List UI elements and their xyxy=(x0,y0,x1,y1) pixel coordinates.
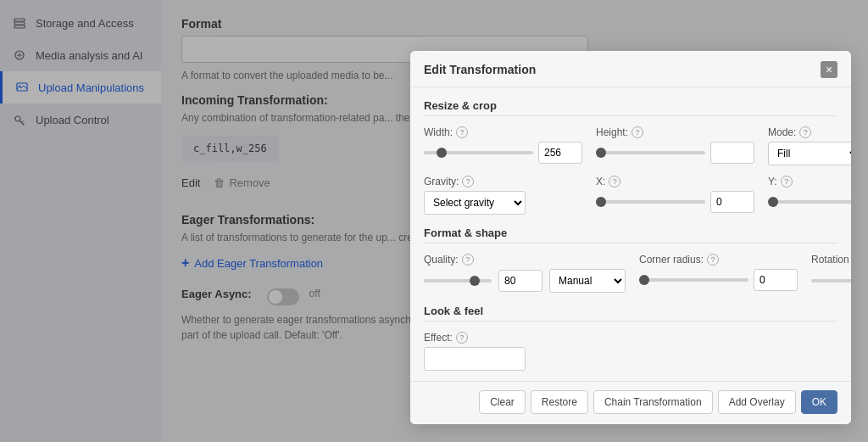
mode-field: Mode: ? Fill Scale Fit Thumb Crop Pad xyxy=(768,126,851,165)
resize-crop-title: Resize & crop xyxy=(424,99,837,116)
y-label: Y: ? xyxy=(768,176,851,187)
corner-radius-field: Corner radius: ? xyxy=(639,254,798,293)
height-slider[interactable] xyxy=(596,151,705,154)
effect-field: Effect: ? xyxy=(424,332,837,371)
corner-radius-slider[interactable] xyxy=(639,278,748,282)
restore-button[interactable]: Restore xyxy=(531,390,588,414)
rotation-angle-label: Rotation angle: ? xyxy=(811,254,851,266)
gravity-select[interactable]: Select gravity North South East West Cen… xyxy=(424,191,526,215)
y-slider[interactable] xyxy=(768,200,851,204)
quality-input[interactable] xyxy=(498,270,542,292)
look-feel-title: Look & feel xyxy=(424,305,837,322)
modal-header: Edit Transformation × xyxy=(410,51,851,87)
effect-help-icon[interactable]: ? xyxy=(456,332,468,344)
corner-radius-label: Corner radius: ? xyxy=(639,254,798,266)
width-slider[interactable] xyxy=(424,151,533,154)
y-field: Y: ? xyxy=(768,176,851,215)
height-label: Height: ? xyxy=(596,126,754,138)
format-shape-title: Format & shape xyxy=(424,227,837,243)
gravity-label: Gravity: ? xyxy=(424,176,582,187)
corner-radius-slider-row xyxy=(639,269,798,291)
quality-help-icon[interactable]: ? xyxy=(462,254,474,266)
chain-transformation-button[interactable]: Chain Transformation xyxy=(593,390,713,414)
edit-transformation-modal: Edit Transformation × Resize & crop Widt… xyxy=(410,51,851,424)
clear-button[interactable]: Clear xyxy=(479,390,526,414)
x-help-icon[interactable]: ? xyxy=(609,176,620,187)
quality-mode-select[interactable]: Manual Auto Auto best Auto eco xyxy=(549,269,626,293)
y-help-icon[interactable]: ? xyxy=(781,176,793,187)
modal-close-button[interactable]: × xyxy=(821,61,837,78)
height-field: Height: ? xyxy=(596,126,754,165)
quality-field: Quality: ? Manual Auto Auto best Auto ec… xyxy=(424,254,626,293)
x-slider-row xyxy=(596,191,754,213)
effect-label: Effect: ? xyxy=(424,332,837,344)
x-field: X: ? xyxy=(596,176,754,215)
corner-radius-input[interactable] xyxy=(754,269,798,291)
mode-select[interactable]: Fill Scale Fit Thumb Crop Pad xyxy=(768,142,851,165)
width-slider-row xyxy=(424,142,582,164)
ok-button[interactable]: OK xyxy=(801,390,837,414)
format-shape-fields: Quality: ? Manual Auto Auto best Auto ec… xyxy=(424,254,837,293)
height-input[interactable] xyxy=(710,142,754,164)
width-input[interactable] xyxy=(538,142,582,164)
quality-row: Manual Auto Auto best Auto eco xyxy=(424,269,626,293)
x-input[interactable] xyxy=(710,191,754,213)
modal-overlay: Edit Transformation × Resize & crop Widt… xyxy=(0,0,868,442)
y-slider-row xyxy=(768,191,851,213)
quality-slider[interactable] xyxy=(424,279,492,283)
rotation-angle-field: Rotation angle: ? Automatic rotation xyxy=(811,254,851,293)
width-label: Width: ? xyxy=(424,126,582,138)
resize-crop-fields: Width: ? Height: ? xyxy=(424,126,837,215)
height-help-icon[interactable]: ? xyxy=(632,126,643,138)
rotation-angle-slider-row xyxy=(811,270,851,292)
gravity-help-icon[interactable]: ? xyxy=(462,176,474,187)
look-feel-section: Look & feel Effect: ? xyxy=(424,305,837,371)
modal-title: Edit Transformation xyxy=(424,63,536,76)
mode-help-icon[interactable]: ? xyxy=(799,126,811,138)
x-label: X: ? xyxy=(596,176,754,187)
mode-label: Mode: ? xyxy=(768,126,851,138)
modal-footer: Clear Restore Chain Transformation Add O… xyxy=(410,381,851,424)
format-shape-section: Format & shape Quality: ? Manual xyxy=(424,227,837,293)
width-field: Width: ? xyxy=(424,126,582,165)
effect-input[interactable] xyxy=(424,347,526,371)
gravity-field: Gravity: ? Select gravity North South Ea… xyxy=(424,176,582,215)
x-slider[interactable] xyxy=(596,200,705,204)
rotation-angle-slider[interactable] xyxy=(811,279,851,283)
add-overlay-button[interactable]: Add Overlay xyxy=(718,390,796,414)
modal-body: Resize & crop Width: ? Height: xyxy=(410,87,851,389)
quality-label: Quality: ? xyxy=(424,254,626,266)
width-help-icon[interactable]: ? xyxy=(456,126,468,138)
height-slider-row xyxy=(596,142,754,164)
corner-radius-help-icon[interactable]: ? xyxy=(707,254,719,266)
